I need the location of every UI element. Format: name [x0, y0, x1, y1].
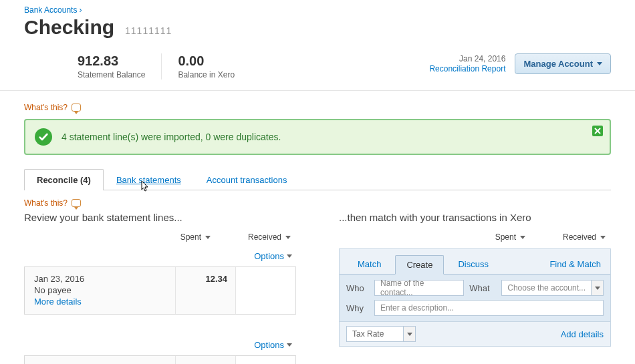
- page-title: Checking: [24, 16, 114, 39]
- close-alert-button[interactable]: [592, 126, 603, 136]
- speech-bubble-icon: [72, 199, 81, 207]
- who-input[interactable]: Name of the contact...: [374, 280, 464, 296]
- create-card: Match Create Discuss Find & Match Who Na…: [339, 248, 611, 347]
- statement-received: [235, 356, 295, 364]
- caret-down-icon: [287, 343, 292, 347]
- tax-rate-select[interactable]: Tax Rate: [346, 326, 416, 342]
- balance-in-xero-label: Balance in Xero: [178, 70, 235, 79]
- statement-spent: 60.00: [175, 356, 235, 364]
- whats-this-link-sub[interactable]: What's this?: [24, 198, 611, 208]
- whats-this-link-top[interactable]: What's this?: [24, 103, 611, 112]
- summary-bar: 912.83 Statement Balance 0.00 Balance in…: [0, 44, 635, 91]
- caret-down-icon: [285, 236, 291, 239]
- check-circle-icon: [35, 128, 52, 146]
- statement-lines-title: Review your bank statement lines...: [24, 212, 296, 223]
- tab-discuss[interactable]: Discuss: [447, 254, 500, 274]
- statement-date: Jan 23, 2016: [34, 274, 166, 284]
- why-label: Why: [346, 303, 369, 313]
- caret-down-icon: [520, 236, 525, 239]
- caret-down-icon: [403, 327, 415, 341]
- options-link[interactable]: Options: [254, 340, 292, 350]
- reconciliation-report-link[interactable]: Reconciliation Report: [429, 64, 505, 73]
- more-details-link[interactable]: More details: [34, 297, 82, 307]
- sort-received[interactable]: Received: [237, 232, 291, 242]
- speech-bubble-icon: [72, 104, 81, 112]
- caret-down-icon: [600, 236, 606, 239]
- options-link[interactable]: Options: [254, 251, 292, 261]
- sort-spent[interactable]: Spent: [157, 232, 211, 242]
- account-number: 11111111: [125, 25, 172, 36]
- tab-reconcile[interactable]: Reconcile (4): [24, 169, 104, 190]
- statement-balance-label: Statement Balance: [78, 70, 145, 79]
- tab-match[interactable]: Match: [346, 254, 392, 274]
- breadcrumb: Bank Accounts›: [24, 5, 611, 15]
- manage-account-button[interactable]: Manage Account: [515, 53, 611, 74]
- statement-spent: 12.34: [175, 267, 235, 314]
- statement-balance-value: 912.83: [78, 53, 145, 69]
- statement-payee: No payee: [34, 285, 166, 295]
- caret-down-icon: [591, 281, 603, 295]
- caret-down-icon: [597, 62, 602, 65]
- chevron-right-icon: ›: [79, 5, 82, 15]
- what-label: What: [469, 283, 496, 293]
- what-select[interactable]: Choose the account...: [501, 280, 604, 296]
- statement-line: Jan 23, 2016 No payee More details 12.34: [24, 266, 296, 315]
- match-column: ...then match with your transactions in …: [339, 212, 611, 364]
- sort-spent-right[interactable]: Spent: [472, 232, 525, 242]
- tab-bank-statements[interactable]: Bank statements: [104, 169, 194, 190]
- why-input[interactable]: Enter a description...: [374, 300, 604, 316]
- statement-lines-column: Review your bank statement lines... Spen…: [24, 212, 296, 364]
- tab-create[interactable]: Create: [395, 255, 444, 275]
- statement-line: Jan 23, 2016 August bill August bill 60.…: [24, 355, 296, 364]
- caret-down-icon: [287, 254, 292, 258]
- find-and-match-link[interactable]: Find & Match: [549, 259, 601, 269]
- alert-message: 4 statement line(s) were imported, 0 wer…: [61, 132, 281, 142]
- tab-account-transactions[interactable]: Account transactions: [194, 169, 300, 190]
- import-success-alert: 4 statement line(s) were imported, 0 wer…: [24, 119, 611, 155]
- balance-in-xero-value: 0.00: [178, 53, 235, 69]
- breadcrumb-parent[interactable]: Bank Accounts: [24, 5, 77, 15]
- statement-received: [235, 267, 295, 314]
- add-details-link[interactable]: Add details: [561, 329, 604, 339]
- match-title: ...then match with your transactions in …: [339, 212, 611, 223]
- caret-down-icon: [205, 236, 211, 239]
- sort-received-right[interactable]: Received: [552, 232, 606, 242]
- who-label: Who: [346, 283, 369, 293]
- as-of-date: Jan 24, 2016: [429, 54, 505, 63]
- main-tabs: Reconcile (4) Bank statements Account tr…: [24, 168, 611, 190]
- manage-account-label: Manage Account: [523, 59, 593, 69]
